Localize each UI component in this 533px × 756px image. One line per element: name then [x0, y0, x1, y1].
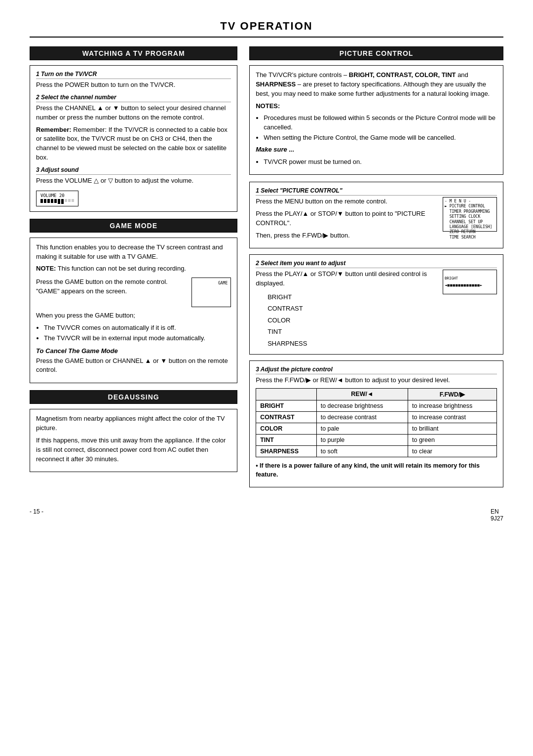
degaussing-header: DEGAUSSING — [30, 390, 237, 404]
picture-item-contrast: CONTRAST — [267, 303, 438, 314]
game-text1: This function enables you to decrease th… — [36, 243, 231, 262]
table-cell-rew: to soft — [316, 445, 408, 457]
footer: - 15 - EN 9J27 — [30, 508, 503, 522]
game-bullets: The TV/VCR comes on automatically if it … — [44, 323, 231, 343]
picture-step1-label: 1 Select "PICTURE CONTROL" — [256, 187, 497, 196]
make-sure-label: Make sure ... — [256, 145, 497, 155]
table-cell-label: CONTRAST — [256, 411, 316, 423]
table-cell-ffwd: to brilliant — [408, 423, 497, 434]
table-cell-label: COLOR — [256, 423, 316, 434]
picture-intro: The TV/VCR's picture controls – BRIGHT, … — [249, 65, 503, 175]
game-screen: GAME — [191, 278, 231, 307]
table-row: TINT to purple to green — [256, 434, 497, 445]
picture-item-sharpness: SHARPNESS — [267, 338, 438, 349]
picture-items-list: BRIGHT CONTRAST COLOR TINT SHARPNESS — [267, 291, 438, 349]
picture-step1-text1: Press the MENU button on the remote cont… — [256, 197, 438, 206]
picture-intro-text: The TV/VCR's picture controls – BRIGHT, … — [256, 71, 497, 99]
table-cell-rew: to decrease brightness — [316, 400, 408, 411]
table-col3: F.FWD/▶ — [408, 388, 497, 400]
notes-list: Procedures must be followed within 5 sec… — [264, 114, 497, 142]
degaussing-text1: Magnetism from nearby appliances might a… — [36, 414, 231, 433]
table-cell-label: BRIGHT — [256, 400, 316, 411]
cancel-text: Press the GAME button or CHANNEL ▲ or ▼ … — [36, 357, 231, 375]
picture-item-tint: TINT — [267, 326, 438, 337]
table-cell-ffwd: to increase brightness — [408, 400, 497, 411]
picture-step3-block: 3 Adjust the picture control Press the F… — [249, 360, 503, 487]
table-col1 — [256, 388, 316, 400]
step1-label: 1 Turn on the TV/VCR — [36, 71, 231, 79]
picture-step3-text: Press the F.FWD/▶ or REW/◄ button to adj… — [256, 376, 497, 385]
game-mode-section: This function enables you to decrease th… — [30, 238, 237, 383]
when-game-label: When you press the GAME button; — [36, 311, 231, 320]
table-row: COLOR to pale to brilliant — [256, 423, 497, 434]
page-title: TV OPERATION — [30, 20, 503, 38]
step3-label: 3 Adjust sound — [36, 166, 231, 175]
menu-screen: - M E N U - ► PICTURE CONTROL TIMER PROG… — [443, 197, 497, 232]
table-row: SHARPNESS to soft to clear — [256, 445, 497, 457]
table-row: BRIGHT to decrease brightness to increas… — [256, 400, 497, 411]
watching-header: WATCHING A TV PROGRAM — [30, 46, 237, 60]
table-cell-ffwd: to clear — [408, 445, 497, 457]
power-note: • If there is a power failure of any kin… — [256, 461, 497, 479]
step3-text: Press the VOLUME △ or ▽ button to adjust… — [36, 176, 231, 186]
step1-text: Press the POWER button to turn on the TV… — [36, 80, 231, 90]
picture-item-bright: BRIGHT — [267, 291, 438, 303]
picture-step2-block: 2 Select item you want to adjust Press t… — [249, 254, 503, 355]
game-mode-header: GAME MODE — [30, 219, 237, 233]
notes-label: NOTES: — [256, 102, 497, 111]
degaussing-section: Magnetism from nearby appliances might a… — [30, 409, 237, 472]
step2-remember: Remember: Remember: If the TV/VCR is con… — [36, 125, 231, 162]
game-text2: Press the GAME button on the remote cont… — [36, 278, 187, 296]
step2-text: Press the CHANNEL ▲ or ▼ button to selec… — [36, 104, 231, 122]
picture-step2-text: Press the PLAY/▲ or STOP/▼ button until … — [256, 270, 438, 288]
watching-section: 1 Turn on the TV/VCR Press the POWER but… — [30, 65, 237, 212]
picture-step1-block: 1 Select "PICTURE CONTROL" Press the MEN… — [249, 182, 503, 248]
table-cell-rew: to purple — [316, 434, 408, 445]
table-cell-ffwd: to increase contrast — [408, 411, 497, 423]
picture-item-color: COLOR — [267, 315, 438, 326]
picture-step3-label: 3 Adjust the picture control — [256, 366, 497, 374]
step2-label: 2 Select the channel number — [36, 94, 231, 102]
picture-step2-label: 2 Select item you want to adjust — [256, 260, 497, 268]
table-cell-rew: to pale — [316, 423, 408, 434]
footer-right: EN 9J27 — [491, 508, 503, 522]
degaussing-text2: If this happens, move this unit away fro… — [36, 436, 231, 464]
picture-step1-text2: Press the PLAY/▲ or STOP/▼ button to poi… — [256, 209, 438, 228]
picture-step1-text3: Then, press the F.FWD/▶ button. — [256, 231, 438, 240]
table-cell-label: SHARPNESS — [256, 445, 316, 457]
cancel-title: To Cancel The Game Mode — [36, 347, 231, 355]
game-note: NOTE: This function can not be set durin… — [36, 264, 231, 274]
table-cell-rew: to decrease contrast — [316, 411, 408, 423]
table-cell-ffwd: to green — [408, 434, 497, 445]
adjust-table: REW/◄ F.FWD/▶ BRIGHT to decrease brightn… — [256, 388, 497, 457]
table-cell-label: TINT — [256, 434, 316, 445]
table-col2: REW/◄ — [316, 388, 408, 400]
table-row: CONTRAST to decrease contrast to increas… — [256, 411, 497, 423]
bright-screen: BRIGHT ◄■■■■■■■■■■■■► — [443, 270, 497, 294]
make-sure-list: TV/VCR power must be turned on. — [264, 158, 497, 166]
picture-control-header: PICTURE CONTROL — [249, 46, 503, 60]
volume-display: VOLUME 20 — [36, 191, 78, 206]
footer-page: - 15 - — [30, 508, 43, 522]
